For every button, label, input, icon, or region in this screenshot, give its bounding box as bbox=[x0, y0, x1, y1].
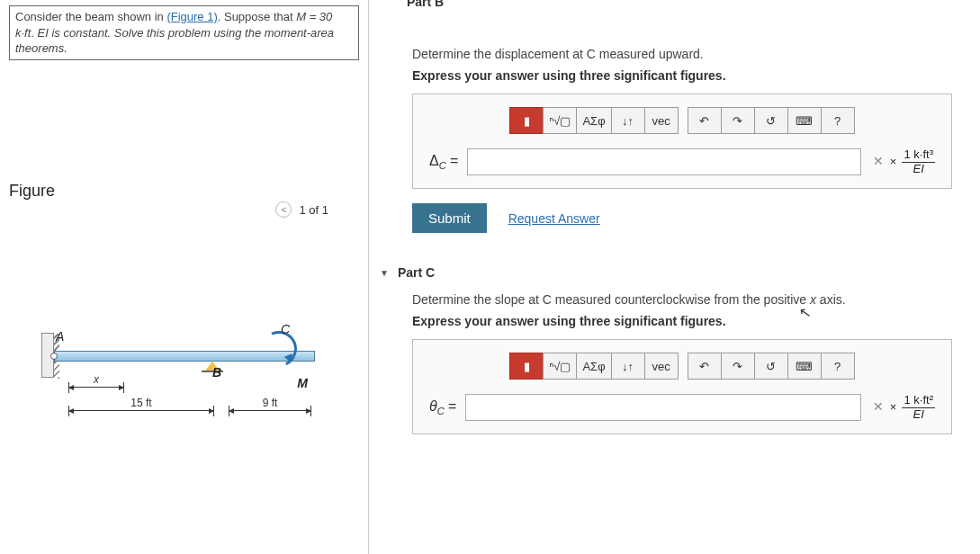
vec-button-c[interactable]: vec bbox=[644, 353, 679, 380]
problem-punct: . bbox=[31, 26, 37, 40]
greek-button[interactable]: ΑΣφ bbox=[576, 107, 611, 134]
keyboard-button-c[interactable]: ⌨ bbox=[787, 353, 822, 380]
part-b-instruction-1: Determine the displacement at C measured… bbox=[412, 47, 969, 61]
part-b-answer-input[interactable] bbox=[467, 148, 860, 175]
label-m: M bbox=[297, 376, 308, 390]
help-button-c[interactable]: ? bbox=[821, 353, 855, 380]
submit-button[interactable]: Submit bbox=[412, 203, 487, 233]
part-c-toolbar: ▮ ⁿ√▢ ΑΣφ ↓↑ vec ↶ ↷ ↺ ⌨ ? bbox=[429, 353, 935, 380]
problem-text-1: Consider the beam shown in bbox=[15, 10, 166, 23]
dim-15-label: 15 ft bbox=[68, 397, 214, 409]
part-c-instruction-2: Express your answer using three signific… bbox=[412, 314, 969, 328]
redo-button-c[interactable]: ↷ bbox=[721, 353, 755, 380]
undo-button-c[interactable]: ↶ bbox=[688, 353, 722, 380]
pin-a bbox=[50, 353, 58, 360]
problem-ei: EI is constant. Solve this problem using… bbox=[15, 26, 334, 56]
part-c-header-row[interactable]: ▼ Part C bbox=[380, 260, 969, 285]
part-b-toolbar: ▮ ⁿ√▢ ΑΣφ ↓↑ vec ↶ ↷ ↺ ⌨ ? bbox=[429, 107, 935, 134]
template-button[interactable]: ▮ bbox=[509, 107, 544, 134]
subscript-button-c[interactable]: ↓↑ bbox=[611, 353, 645, 380]
part-c-answer-box: ▮ ⁿ√▢ ΑΣφ ↓↑ vec ↶ ↷ ↺ ⌨ ? θC = ✕ × 1 k·… bbox=[412, 339, 952, 434]
clear-icon-c[interactable]: ✕ bbox=[870, 398, 886, 414]
figure-counter: 1 of 1 bbox=[299, 203, 328, 217]
part-b-var: ΔC = bbox=[429, 153, 458, 171]
vec-button[interactable]: vec bbox=[644, 107, 679, 134]
problem-text-2: . Suppose that bbox=[218, 10, 296, 23]
part-c-header: Part C bbox=[398, 265, 435, 280]
figure-link[interactable]: (Figure 1) bbox=[166, 10, 217, 23]
clear-icon[interactable]: ✕ bbox=[870, 152, 886, 168]
undo-button[interactable]: ↶ bbox=[688, 107, 722, 134]
part-c-input-row: θC = ✕ × 1 k·ft²EI bbox=[429, 394, 935, 421]
left-panel: Consider the beam shown in (Figure 1). S… bbox=[0, 0, 369, 554]
right-panel: Part B Determine the displacement at C m… bbox=[369, 0, 980, 554]
redo-button[interactable]: ↷ bbox=[721, 107, 755, 134]
dim-x: x bbox=[68, 387, 124, 388]
dim-15: 15 ft bbox=[68, 410, 214, 411]
figure-nav: < 1 of 1 > bbox=[275, 201, 352, 218]
subscript-button[interactable]: ↓↑ bbox=[611, 107, 645, 134]
moment-arrow bbox=[256, 326, 301, 371]
figure-diagram: A B C M x 15 ft 9 ft bbox=[18, 324, 333, 432]
template-button-c[interactable]: ▮ bbox=[509, 353, 544, 380]
part-b-instruction-2: Express your answer using three signific… bbox=[412, 68, 969, 83]
label-b: B bbox=[212, 365, 221, 380]
keyboard-button[interactable]: ⌨ bbox=[787, 107, 822, 134]
part-b-input-row: ΔC = ✕ × 1 k·ft³EI bbox=[429, 148, 935, 175]
dim-9: 9 ft bbox=[229, 410, 311, 411]
root-button[interactable]: ⁿ√▢ bbox=[543, 107, 577, 134]
dim-9-label: 9 ft bbox=[229, 397, 311, 409]
part-b-unit: ✕ × 1 k·ft³EI bbox=[870, 148, 935, 175]
greek-button-c[interactable]: ΑΣφ bbox=[576, 353, 611, 380]
label-a: A bbox=[56, 329, 64, 344]
dim-x-label: x bbox=[68, 373, 124, 386]
part-b-header: Part B bbox=[407, 0, 444, 9]
figure-prev-button[interactable]: < bbox=[275, 201, 292, 218]
part-c-var: θC = bbox=[429, 398, 456, 416]
help-button[interactable]: ? bbox=[821, 107, 855, 134]
part-c-instruction-1: Determine the slope at C measured counte… bbox=[412, 292, 969, 307]
root-button-c[interactable]: ⁿ√▢ bbox=[543, 353, 577, 380]
reset-button-c[interactable]: ↺ bbox=[754, 353, 788, 380]
figure-heading: Figure bbox=[9, 182, 368, 201]
part-c-answer-input[interactable] bbox=[465, 394, 860, 421]
part-b-submit-row: Submit Request Answer bbox=[412, 203, 969, 233]
reset-button[interactable]: ↺ bbox=[754, 107, 788, 134]
problem-statement: Consider the beam shown in (Figure 1). S… bbox=[9, 5, 359, 60]
request-answer-link[interactable]: Request Answer bbox=[508, 211, 600, 226]
caret-down-icon: ▼ bbox=[380, 268, 389, 278]
part-c-unit: ✕ × 1 k·ft²EI bbox=[870, 394, 935, 421]
label-c: C bbox=[281, 322, 290, 336]
part-b-answer-box: ▮ ⁿ√▢ ΑΣφ ↓↑ vec ↶ ↷ ↺ ⌨ ? ΔC = ✕ × 1 k·… bbox=[412, 94, 952, 189]
